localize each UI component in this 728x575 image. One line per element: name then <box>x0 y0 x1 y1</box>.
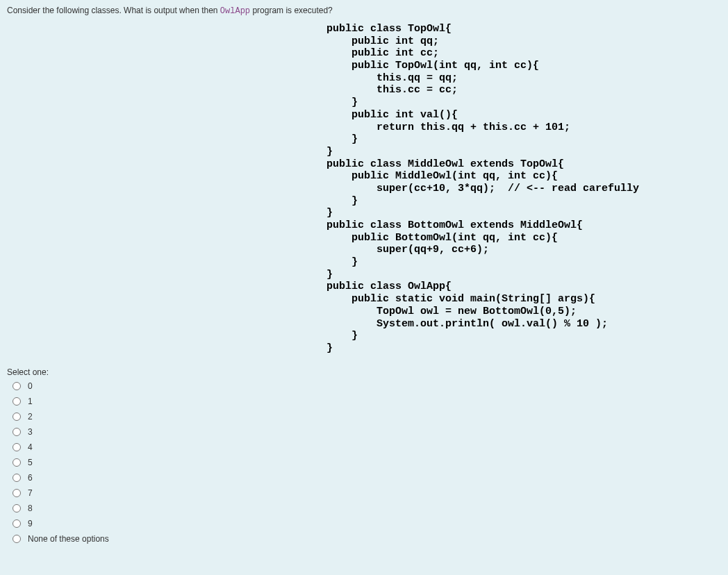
option-radio[interactable] <box>13 474 21 482</box>
option-radio[interactable] <box>13 382 21 390</box>
question-text: Consider the following classes. What is … <box>7 6 721 16</box>
option-label[interactable]: 1 <box>28 397 33 406</box>
option-label[interactable]: 9 <box>28 519 33 528</box>
option-radio[interactable] <box>13 412 21 421</box>
option-label[interactable]: 0 <box>28 381 33 391</box>
option-radio[interactable] <box>13 504 21 512</box>
option-radio[interactable] <box>13 428 21 436</box>
option-label[interactable]: 5 <box>28 458 33 467</box>
question-prefix: Consider the following classes. What is … <box>7 6 220 15</box>
question-suffix: program is executed? <box>250 6 333 15</box>
option-row[interactable]: 5 <box>13 458 721 467</box>
option-row[interactable]: 7 <box>13 488 721 498</box>
option-row[interactable]: 2 <box>13 412 721 422</box>
option-label[interactable]: 4 <box>28 442 33 452</box>
option-label[interactable]: 2 <box>28 412 33 422</box>
option-label[interactable]: 6 <box>28 473 33 483</box>
select-one-label: Select one: <box>7 367 721 377</box>
option-row[interactable]: 3 <box>13 427 721 437</box>
code-block: public class TopOwl{ public int qq; publ… <box>326 23 721 355</box>
option-row[interactable]: 6 <box>13 473 721 483</box>
option-radio[interactable] <box>13 443 21 451</box>
option-radio[interactable] <box>13 397 21 406</box>
option-row[interactable]: 9 <box>13 519 721 528</box>
option-label[interactable]: 3 <box>28 427 33 437</box>
option-row[interactable]: 0 <box>13 381 721 391</box>
option-row[interactable]: None of these options <box>13 534 721 544</box>
option-radio[interactable] <box>13 519 21 528</box>
option-label[interactable]: None of these options <box>28 534 109 544</box>
option-radio[interactable] <box>13 458 21 467</box>
option-row[interactable]: 1 <box>13 397 721 406</box>
option-radio[interactable] <box>13 535 21 543</box>
option-row[interactable]: 4 <box>13 442 721 452</box>
question-code-word: OwlApp <box>220 6 250 16</box>
option-row[interactable]: 8 <box>13 503 721 513</box>
option-label[interactable]: 7 <box>28 488 33 498</box>
option-label[interactable]: 8 <box>28 503 33 513</box>
option-radio[interactable] <box>13 489 21 497</box>
options-list: 0 1 2 3 4 5 6 7 8 9 None of these option… <box>7 381 721 544</box>
